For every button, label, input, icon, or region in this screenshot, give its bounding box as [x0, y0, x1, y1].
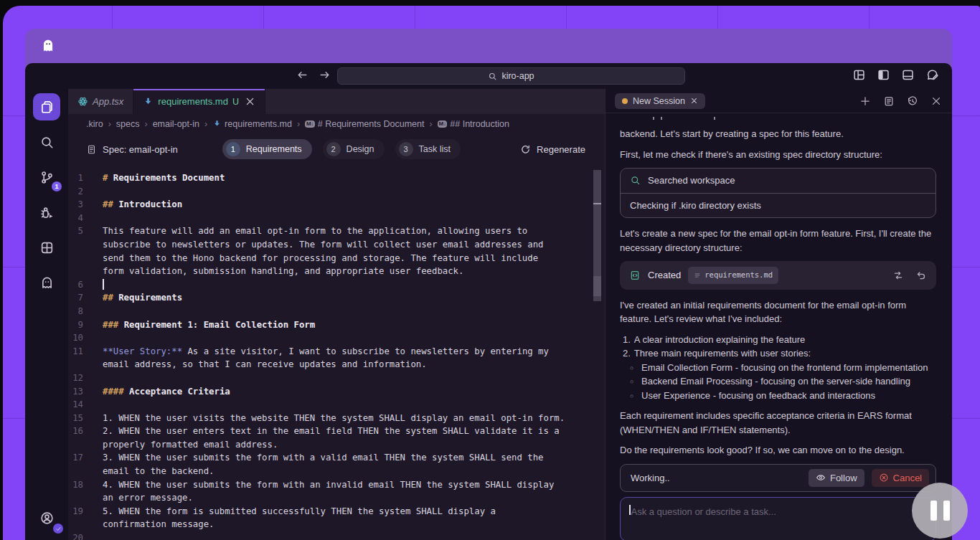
undo-icon[interactable] [915, 270, 927, 281]
breadcrumb-item[interactable]: requirements.md [212, 119, 292, 129]
code-line[interactable]: form validation, submission handling, an… [68, 265, 605, 278]
line-content: email to the backend. [103, 465, 214, 478]
recording-pause-button[interactable] [912, 483, 968, 539]
code-line[interactable]: 13#### Acceptance Criteria [68, 385, 605, 399]
line-number: 20 [68, 531, 103, 540]
code-line[interactable]: email address, so that I can receive upd… [68, 358, 605, 371]
code-line[interactable]: 195. WHEN the form is submitted successf… [68, 505, 605, 518]
sidebar-item-kiro-assistant[interactable] [33, 269, 60, 296]
code-line[interactable]: 151. WHEN the user visits the website TH… [68, 412, 605, 425]
view-diff-icon[interactable] [892, 270, 904, 281]
code-line[interactable]: 184. WHEN the user submits the form with… [68, 478, 605, 492]
nav-back-icon[interactable] [296, 69, 308, 81]
line-number: 7 [68, 291, 103, 305]
code-editor[interactable]: 1# Requirements Document2 3## Introducti… [68, 165, 605, 540]
eye-icon [816, 473, 826, 483]
tab-close-icon[interactable] [245, 96, 255, 107]
code-line[interactable]: 2 [68, 185, 605, 199]
code-line[interactable]: 12 [68, 371, 605, 385]
line-content: 5. WHEN the form is submitted successful… [103, 505, 496, 518]
sidebar-item-source-control[interactable]: 1 [33, 164, 60, 191]
nav-forward-icon[interactable] [319, 69, 331, 81]
chat-history-icon[interactable] [907, 95, 918, 107]
sidebar-item-run-debug[interactable] [33, 199, 60, 226]
breadcrumb: .kiro›specs›email-opt-in›requirements.md… [68, 114, 605, 133]
refresh-icon [520, 144, 531, 155]
tab-git-status: U [232, 97, 239, 107]
code-line[interactable]: subscribe to newsletters or updates. The… [68, 238, 605, 252]
code-line[interactable]: 14 [68, 398, 605, 412]
follow-button[interactable]: Follow [809, 469, 864, 488]
editor-scrollbar[interactable] [593, 170, 601, 540]
code-line[interactable]: 6 [68, 278, 605, 292]
layout-grid-icon[interactable] [852, 68, 866, 82]
session-tab[interactable]: New Session [615, 93, 705, 109]
account-button[interactable] [33, 504, 60, 531]
editor-tab-app-tsx[interactable]: App.tsx [68, 89, 133, 114]
code-line[interactable]: email to the backend. [68, 465, 605, 478]
chat-paragraph: Each requirement includes specific accep… [620, 409, 936, 437]
line-number: 4 [68, 212, 103, 225]
spec-step-requirements[interactable]: 1Requirements [222, 139, 312, 159]
file-lines-icon [694, 272, 701, 279]
breadcrumb-item[interactable]: M↓# Requirements Document [305, 119, 424, 129]
code-line[interactable]: 20 [68, 531, 605, 540]
window-titlebar[interactable] [25, 29, 952, 63]
chat-input[interactable]: Ask a question or describe a task... [620, 497, 936, 540]
spec-step-task-list[interactable]: 3Task list [395, 139, 461, 159]
chat-paragraph: I've created an initial requirements doc… [620, 298, 936, 326]
tool-call-card[interactable]: Searched workspaceChecking if .kiro dire… [620, 168, 936, 218]
panel-bottom-icon[interactable] [901, 68, 915, 82]
spec-step-design[interactable]: 2Design [323, 139, 385, 159]
breadcrumb-item[interactable]: email-opt-in [153, 119, 199, 129]
line-number: 12 [68, 371, 103, 385]
editor-tab-requirements-md[interactable]: requirements.mdU [133, 89, 265, 114]
line-number: 14 [68, 398, 103, 412]
line-number [68, 252, 103, 265]
feedback-icon[interactable] [925, 68, 939, 82]
code-line[interactable]: 3## Introduction [68, 198, 605, 212]
breadcrumb-item[interactable]: .kiro [86, 119, 103, 129]
panel-left-icon[interactable] [877, 68, 890, 82]
app-root: kiro-app 1 App.tsxrequirements.mdU .kiro… [25, 63, 952, 540]
line-content [103, 185, 108, 199]
file-chip[interactable]: requirements.md [688, 267, 778, 284]
breadcrumb-item[interactable]: specs [116, 119, 140, 129]
breadcrumb-item[interactable]: M↓## Introduction [438, 119, 509, 129]
line-content [103, 398, 108, 412]
code-line[interactable]: 5This feature will add an email opt-in f… [68, 224, 605, 238]
code-line[interactable]: 8 [68, 305, 605, 318]
chat-plus-icon[interactable] [859, 95, 871, 107]
breadcrumb-separator: › [297, 119, 300, 129]
sidebar-item-extensions[interactable] [33, 234, 60, 261]
workspace-search-bar[interactable]: kiro-app [337, 67, 685, 85]
text-caret [629, 505, 631, 515]
breadcrumb-label: .kiro [86, 119, 103, 129]
line-number: 9 [68, 318, 103, 332]
code-line[interactable]: 11**User Story:** As a site visitor, I w… [68, 345, 605, 359]
debug-icon [39, 205, 55, 220]
line-content: send them to the Hono backend for proces… [103, 252, 538, 265]
code-line[interactable]: an error message. [68, 491, 605, 505]
sidebar-item-explorer[interactable] [33, 93, 60, 120]
code-line[interactable]: properly formatted email address. [68, 438, 605, 452]
code-line[interactable]: send them to the Hono backend for proces… [68, 252, 605, 265]
sidebar-item-search[interactable] [33, 128, 60, 156]
code-line[interactable]: 4 [68, 212, 605, 225]
source-control-badge: 1 [52, 181, 62, 191]
file-action-card[interactable]: Createdrequirements.md [620, 261, 936, 290]
code-line[interactable]: confirmation message. [68, 518, 605, 531]
code-line[interactable]: 1# Requirements Document [68, 171, 605, 185]
chat-close-icon[interactable] [930, 95, 942, 107]
account-icon [39, 511, 55, 526]
code-line[interactable]: 9### Requirement 1: Email Collection For… [68, 318, 605, 332]
regenerate-button[interactable]: Regenerate [520, 144, 585, 155]
code-line[interactable]: 173. WHEN the user submits the form with… [68, 451, 605, 465]
cancel-button[interactable]: Cancel [872, 469, 929, 488]
code-line[interactable]: 10 [68, 331, 605, 345]
chat-tasks-icon[interactable] [883, 95, 895, 107]
code-line[interactable]: 162. WHEN the user enters text in the em… [68, 425, 605, 438]
extensions-icon [39, 240, 55, 255]
session-close-icon[interactable] [690, 97, 698, 105]
code-line[interactable]: 7## Requirements [68, 291, 605, 305]
